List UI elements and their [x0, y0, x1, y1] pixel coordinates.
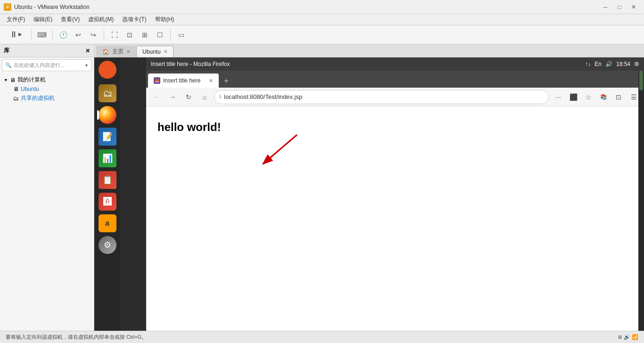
tab-ubuntu-close[interactable]: ✕: [164, 49, 167, 54]
tree-expand-icon: ▼: [4, 78, 8, 82]
impress-icon: 📋: [99, 171, 116, 189]
dock-item-ubuntu-logo[interactable]: [97, 59, 118, 80]
clock: 18:54: [616, 61, 630, 67]
tab-home-label: 主页: [112, 48, 124, 56]
ubuntu-vm-icon: 🖥: [13, 86, 19, 92]
amazon-icon: a: [99, 214, 116, 232]
menu-help[interactable]: 帮助(H): [151, 15, 178, 24]
dock-item-calc[interactable]: 📊: [97, 148, 118, 169]
vmware-statusbar: 要将输入定向到该虚拟机，请在虚拟机内部单击或按 Ctrl+G。 🖥 🔊 📶: [0, 331, 644, 343]
power-icon: ⚙: [634, 61, 639, 67]
keyboard-layout-icon: ↑↓: [585, 61, 591, 67]
firefox-pocket-btn[interactable]: ⬛: [567, 90, 580, 104]
sidebar-search-box[interactable]: 🔍 在此处键入内容进行... ▼: [2, 59, 92, 71]
files-icon: 🗂: [99, 84, 116, 102]
tab-home-close[interactable]: ✕: [126, 49, 130, 54]
maximize-button[interactable]: □: [613, 2, 626, 12]
firefox-urlbar[interactable]: ℹ localhost:8080/Test/index.jsp: [214, 90, 549, 104]
firefox-reload-btn[interactable]: ↻: [182, 90, 195, 104]
tree-item-my-computer[interactable]: ▼ 🖥 我的计算机: [0, 75, 94, 85]
tree-ubuntu-label: Ubuntu: [21, 86, 39, 92]
search-dropdown-icon[interactable]: ▼: [84, 63, 89, 68]
vmware-titlebar: V Ubuntu - VMware Workstation ─ □ ✕: [0, 0, 644, 14]
tree-my-computer-label: 我的计算机: [17, 76, 46, 84]
systray-area: 🖥 🔊 📶: [617, 334, 638, 340]
firefox-toolbar-right: ··· ⬛ ☆ 📚 ⊡ ☰: [552, 90, 640, 104]
ubuntu-logo-icon: [99, 61, 116, 79]
firefox-bookmark-btn[interactable]: ☆: [582, 90, 595, 104]
ubuntu-main-area: Insert title here - Mozilla Firefox ↑↓ E…: [120, 57, 644, 331]
menu-view[interactable]: 查看(V): [57, 15, 83, 24]
toolbar-fit-window[interactable]: ⊞: [138, 28, 151, 41]
firefox-favicon: 🦊: [154, 77, 160, 84]
firefox-more-btn[interactable]: ···: [552, 90, 565, 104]
menu-edit[interactable]: 编辑(E): [30, 15, 56, 24]
vmware-tabbar: 🏠 主页 ✕ Ubuntu ✕: [94, 44, 644, 57]
sidebar-tree: ▼ 🖥 我的计算机 🖥 Ubuntu 🗂 共享的虚拟机: [0, 73, 94, 105]
firefox-active-tab[interactable]: 🦊 Insert title here ✕: [148, 74, 219, 88]
toolbar-send-keys[interactable]: ⌨: [35, 28, 49, 41]
menu-file[interactable]: 文件(F): [3, 15, 29, 24]
ubuntu-desktop[interactable]: 🗂 📝 📊: [94, 57, 644, 331]
tab-home[interactable]: 🏠 主页 ✕: [96, 46, 136, 57]
toolbar-snapshot[interactable]: 🕐: [57, 28, 70, 41]
dock-item-impress[interactable]: 📋: [97, 170, 118, 190]
dock-item-amazon[interactable]: a: [97, 213, 118, 234]
close-button[interactable]: ✕: [627, 2, 640, 12]
ubuntu-dock: 🗂 📝 📊: [94, 57, 120, 331]
toolbar-sep1: [31, 29, 32, 41]
search-placeholder: 在此处键入内容进行...: [14, 62, 65, 69]
tree-item-shared-vms[interactable]: 🗂 共享的虚拟机: [0, 93, 94, 103]
toolbar-snapshot3[interactable]: ↪: [87, 28, 100, 41]
ubuntu-topbar-title: Insert title here - Mozilla Firefox: [151, 61, 230, 67]
toolbar-fit-guest[interactable]: ⊡: [123, 28, 136, 41]
main-content: 库 ✕ 🔍 在此处键入内容进行... ▼ ▼ 🖥 我的计算机 🖥 Ubuntu: [0, 44, 644, 331]
computer-icon: 🖥: [10, 77, 16, 83]
tab-ubuntu-label: Ubuntu: [142, 49, 161, 55]
toolbar-view[interactable]: ▭: [174, 28, 188, 41]
volume-icon: 🔊: [605, 61, 612, 67]
dock-item-software[interactable]: 🅰: [97, 191, 118, 212]
dock-item-files[interactable]: 🗂: [97, 83, 118, 104]
statusbar-hint: 要将输入定向到该虚拟机，请在虚拟机内部单击或按 Ctrl+G。: [6, 334, 147, 341]
tab-ubuntu[interactable]: Ubuntu ✕: [136, 46, 173, 57]
toolbar-unity[interactable]: ☐: [153, 28, 166, 41]
firefox-back-btn[interactable]: ←: [150, 90, 163, 104]
vmware-menubar: 文件(F) 编辑(E) 查看(V) 虚拟机(M) 选项卡(T) 帮助(H): [0, 14, 644, 25]
toolbar-sep4: [170, 29, 171, 41]
firefox-forward-btn[interactable]: →: [166, 90, 179, 104]
firefox-window: 🦊 Insert title here ✕ + ← → ↻: [146, 71, 644, 331]
toolbar-snapshot2[interactable]: ↩: [72, 28, 85, 41]
vm-area: 🏠 主页 ✕ Ubuntu ✕: [94, 44, 644, 331]
firefox-library-btn[interactable]: 📚: [597, 90, 610, 104]
shared-vm-icon: 🗂: [13, 95, 19, 102]
ubuntu-topbar-right: ↑↓ En 🔊 18:54 ⚙: [585, 61, 639, 67]
toolbar-power-btn[interactable]: ⏸▶: [4, 28, 27, 41]
dock-item-writer[interactable]: 📝: [97, 126, 118, 147]
statusbar-right: 🖥 🔊 📶: [617, 334, 638, 340]
window-title: Ubuntu - VMware Workstation: [14, 4, 90, 10]
annotation-arrow: [250, 130, 306, 179]
vm-content-area[interactable]: 🗂 📝 📊: [94, 57, 644, 331]
firefox-tab-close-btn[interactable]: ✕: [209, 78, 213, 84]
vmware-sidebar: 库 ✕ 🔍 在此处键入内容进行... ▼ ▼ 🖥 我的计算机 🖥 Ubuntu: [0, 44, 94, 331]
search-icon: 🔍: [5, 62, 12, 68]
toolbar-fullscreen[interactable]: ⛶: [108, 28, 121, 41]
tree-shared-label: 共享的虚拟机: [21, 94, 55, 102]
settings-icon: ⚙: [99, 236, 116, 254]
titlebar-left: V Ubuntu - VMware Workstation: [4, 3, 90, 11]
firefox-home-btn[interactable]: ⌂: [198, 90, 211, 104]
firefox-icon: [99, 106, 116, 124]
menu-vm[interactable]: 虚拟机(M): [84, 15, 117, 24]
minimize-button[interactable]: ─: [599, 2, 612, 12]
svg-line-0: [264, 135, 297, 163]
tree-item-ubuntu[interactable]: 🖥 Ubuntu: [0, 85, 94, 93]
dock-item-firefox[interactable]: [97, 105, 118, 125]
firefox-sync-btn[interactable]: ⊡: [612, 90, 625, 104]
dock-item-settings[interactable]: ⚙: [97, 235, 118, 255]
sidebar-close-icon[interactable]: ✕: [85, 48, 90, 54]
writer-icon: 📝: [99, 128, 116, 146]
vm-scrollbar[interactable]: [638, 57, 644, 331]
firefox-new-tab-btn[interactable]: +: [220, 74, 233, 88]
menu-tabs[interactable]: 选项卡(T): [118, 15, 150, 24]
